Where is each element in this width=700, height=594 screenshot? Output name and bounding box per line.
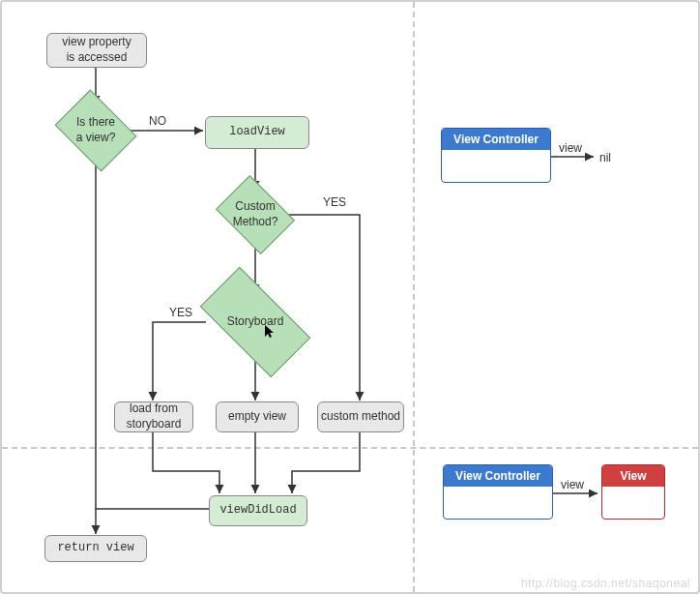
edge-label-view-1: view — [559, 141, 582, 155]
decision-is-there-a-view: Is there a view? — [64, 106, 128, 155]
decision-label: Custom Method? — [233, 199, 278, 229]
edge-label-yes: YES — [323, 195, 346, 209]
node-label: return view — [57, 541, 133, 556]
view-header: View — [602, 465, 664, 487]
node-label: custom method — [321, 409, 400, 425]
view-box: View — [601, 464, 665, 520]
edge-label-view-2: view — [561, 478, 584, 491]
node-label: load from storyboard — [127, 401, 182, 431]
label-nil: nil — [599, 151, 611, 164]
view-controller-box-1: View Controller — [441, 128, 551, 183]
vc-header: View Controller — [444, 465, 552, 487]
decision-storyboard: Storyboard — [206, 295, 305, 349]
vc-header: View Controller — [442, 129, 550, 150]
diagram-canvas: view property is accessed Is there a vie… — [0, 0, 700, 594]
edge-label-no: NO — [149, 114, 166, 128]
node-label: view property is accessed — [62, 35, 131, 65]
decision-custom-method: Custom Method? — [224, 192, 286, 238]
node-loadview: loadView — [205, 116, 309, 149]
node-load-from-storyboard: load from storyboard — [114, 401, 193, 432]
node-label: empty view — [228, 409, 286, 425]
arrows-layer — [2, 2, 700, 594]
watermark: http://blog.csdn.net/shaqoneal — [521, 577, 690, 590]
decision-label: Storyboard — [227, 314, 284, 330]
horizontal-divider — [2, 447, 698, 449]
node-custom-method: custom method — [317, 401, 404, 432]
decision-label: Is there a view? — [76, 115, 116, 145]
node-view-property-accessed: view property is accessed — [46, 33, 147, 68]
view-controller-box-2: View Controller — [443, 464, 553, 520]
node-label: viewDidLoad — [219, 503, 296, 519]
edge-label-yes-2: YES — [169, 306, 192, 319]
node-viewdidload: viewDidLoad — [209, 495, 307, 526]
node-empty-view: empty view — [216, 401, 299, 432]
node-return-view: return view — [44, 535, 147, 562]
node-label: loadView — [229, 125, 285, 140]
vertical-divider — [413, 2, 415, 592]
